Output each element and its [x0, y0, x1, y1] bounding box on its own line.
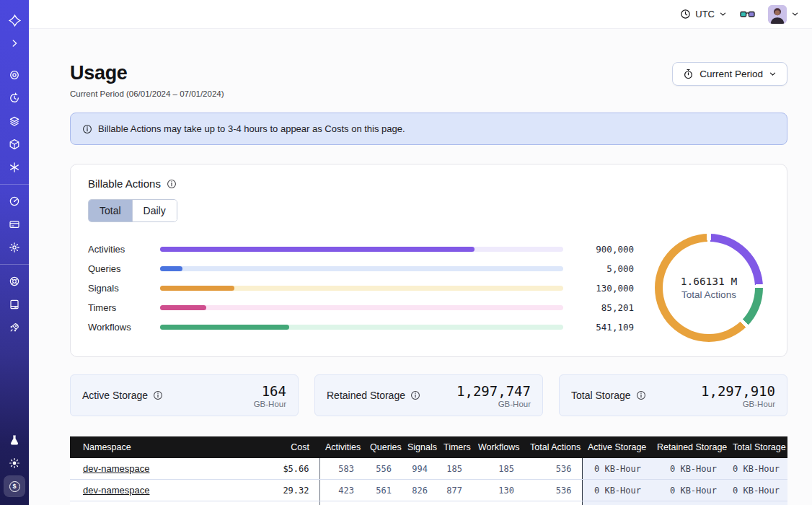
signals-cell: 883 — [402, 501, 438, 505]
theme-icon[interactable] — [4, 453, 25, 473]
bar-fill-queries — [160, 266, 182, 271]
billable-actions-info[interactable] — [167, 179, 177, 189]
usage-gauge-icon[interactable] — [4, 191, 25, 211]
deployments-icon[interactable] — [4, 134, 25, 154]
feedback-glasses-button[interactable] — [740, 9, 755, 19]
total-actions-label: Total Actions — [681, 289, 736, 300]
timers-cell: 877 — [438, 480, 472, 501]
col-cost: Cost — [256, 436, 319, 458]
period-selector-button[interactable]: Current Period — [672, 62, 787, 86]
period-selector-label: Current Period — [700, 69, 763, 79]
workflows-cell: 600 — [472, 501, 524, 505]
lifebuoy-icon — [9, 276, 20, 287]
timers-cell: 816 — [438, 501, 472, 505]
total-actions-value: 1.66131 M — [681, 276, 738, 287]
bar-track-signals — [160, 286, 563, 291]
col-signals: Signals — [402, 436, 438, 458]
namespace-link[interactable]: dev-namespace — [83, 485, 150, 496]
namespaces-icon — [9, 69, 20, 81]
timezone-selector[interactable]: UTC — [680, 9, 727, 19]
bar-label: Queries — [88, 263, 150, 274]
active-storage-cell: 0 KB-Hour — [582, 458, 651, 480]
total-actions-donut-chart: 1.66131 M Total Actions — [655, 234, 763, 342]
info-icon — [82, 124, 92, 134]
active-storage-info[interactable] — [153, 390, 163, 400]
asterisk-icon — [9, 162, 20, 173]
sidebar-divider — [0, 264, 29, 265]
schedules-icon[interactable] — [4, 88, 25, 108]
bar-row: Timers 85,201 — [88, 298, 634, 317]
support-icon[interactable] — [4, 271, 25, 291]
bar-value: 130,000 — [573, 283, 634, 294]
col-total-storage: Total Storage — [727, 436, 787, 458]
billing-icon[interactable] — [4, 214, 25, 234]
cost-cell: $5.66 — [256, 458, 319, 480]
queries-cell: 556 — [364, 458, 402, 480]
storage-summary-row: Active Storage 164 GB-Hour Retained Stor… — [70, 374, 787, 416]
signals-cell: 994 — [402, 458, 438, 480]
total-storage-card: Total Storage 1,297,910 GB-Hour — [559, 374, 787, 416]
queries-cell: 536 — [364, 501, 402, 505]
total-storage-value: 1,297,910 — [701, 383, 775, 399]
user-menu[interactable] — [768, 5, 799, 24]
gauge-icon — [9, 196, 20, 207]
expand-sidebar-button[interactable] — [4, 33, 25, 53]
clock-icon — [680, 9, 691, 19]
namespace-link[interactable]: dev-namespace — [83, 463, 150, 474]
bar-track-workflows — [160, 325, 563, 330]
main-content: UTC Usage Current Period (06/01/2024 – 0… — [29, 0, 812, 505]
col-namespace: Namespace — [70, 436, 256, 458]
info-banner-text: Billable Actions may take up to 3-4 hour… — [98, 123, 405, 134]
tab-daily[interactable]: Daily — [132, 200, 177, 221]
nexus-icon[interactable] — [4, 157, 25, 177]
labs-icon[interactable] — [4, 430, 25, 450]
info-icon — [153, 390, 163, 400]
getting-started-icon[interactable] — [4, 317, 25, 338]
temporal-logo-icon — [9, 14, 21, 27]
sidebar: $ — [0, 0, 29, 505]
col-workflows: Workflows — [472, 436, 524, 458]
flask-icon — [9, 434, 20, 446]
info-icon — [636, 390, 646, 400]
chevron-down-icon — [719, 10, 727, 18]
page-body: Usage Current Period (06/01/2024 – 07/01… — [29, 29, 812, 505]
namespaces-icon[interactable] — [4, 65, 25, 85]
workflows-cell: 185 — [472, 458, 524, 480]
bar-label: Timers — [88, 302, 150, 313]
active-storage-label: Active Storage — [82, 390, 148, 401]
total-actions-cell: 130 — [524, 501, 582, 505]
activities-cell: 423 — [319, 480, 364, 501]
docs-icon[interactable] — [4, 294, 25, 315]
temporal-logo-icon[interactable] — [4, 10, 25, 30]
col-active-storage: Active Storage — [582, 436, 651, 458]
activities-cell: 492 — [319, 501, 364, 505]
total-storage-cell: 0 KB-Hour — [727, 480, 787, 501]
signals-cell: 826 — [402, 480, 438, 501]
col-total-actions: Total Actions — [524, 436, 582, 458]
settings-icon[interactable] — [4, 237, 25, 258]
sidebar-divider — [0, 184, 29, 185]
clock-history-icon — [9, 92, 20, 104]
avatar — [768, 5, 787, 24]
chevron-right-icon — [9, 38, 19, 48]
billable-actions-title: Billable Actions — [88, 177, 161, 190]
billable-actions-card: Billable Actions Total Daily Activities … — [70, 164, 787, 357]
tab-total[interactable]: Total — [89, 200, 132, 221]
info-icon — [167, 179, 177, 189]
total-storage-info[interactable] — [636, 390, 646, 400]
retained-storage-info[interactable] — [410, 390, 420, 400]
stack-icon[interactable] — [4, 111, 25, 131]
active-storage-cell: 0 KB-Hour — [582, 480, 651, 501]
gear-icon — [9, 242, 20, 253]
bar-row: Queries 5,000 — [88, 259, 634, 278]
bar-fill-activities — [160, 247, 475, 252]
bar-value: 541,109 — [573, 322, 634, 333]
workflows-cell: 130 — [472, 480, 524, 501]
bar-row: Signals 130,000 — [88, 278, 634, 298]
bar-track-activities — [160, 247, 563, 252]
total-storage-label: Total Storage — [571, 390, 631, 401]
bar-fill-timers — [160, 305, 206, 310]
timers-cell: 185 — [438, 458, 472, 480]
active-storage-cell: 0 KB-Hour — [582, 501, 651, 505]
usage-billing-active-item[interactable]: $ — [4, 476, 25, 496]
